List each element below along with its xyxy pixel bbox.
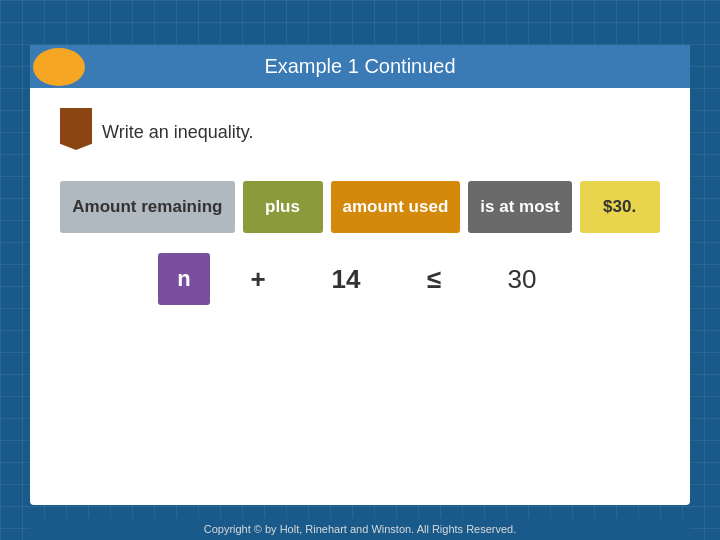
- plus-sign: +: [243, 264, 273, 295]
- footer-bar: Copyright © by Holt, Rinehart and Winsto…: [30, 518, 690, 540]
- variable-row: n + 14 ≤ 30: [60, 253, 660, 305]
- bookmark-icon: [60, 108, 92, 150]
- variable-n-box: n: [158, 253, 210, 305]
- instruction-line: Write an inequality.: [60, 108, 660, 156]
- plus-word-box: plus: [243, 181, 323, 233]
- copyright-text: Copyright © by Holt, Rinehart and Winsto…: [204, 523, 517, 535]
- title-bar: Example 1 Continued: [30, 45, 690, 88]
- amount-remaining-box: Amount remaining: [60, 181, 234, 233]
- number-30: 30: [496, 264, 548, 295]
- amount-used-box: amount used: [331, 181, 461, 233]
- main-content-area: Example 1 Continued Write an inequality.…: [30, 45, 690, 505]
- orange-circle-decoration: [33, 48, 85, 86]
- page-title: Example 1 Continued: [264, 55, 455, 77]
- thirty-dollars-box: $30.: [580, 181, 660, 233]
- equation-word-row: Amount remaining plus amount used is at …: [60, 181, 660, 233]
- number-14: 14: [320, 264, 372, 295]
- is-at-most-box: is at most: [468, 181, 571, 233]
- instruction-text: Write an inequality.: [102, 122, 253, 143]
- content-area: Write an inequality. Amount remaining pl…: [30, 88, 690, 325]
- leq-sign: ≤: [408, 264, 460, 295]
